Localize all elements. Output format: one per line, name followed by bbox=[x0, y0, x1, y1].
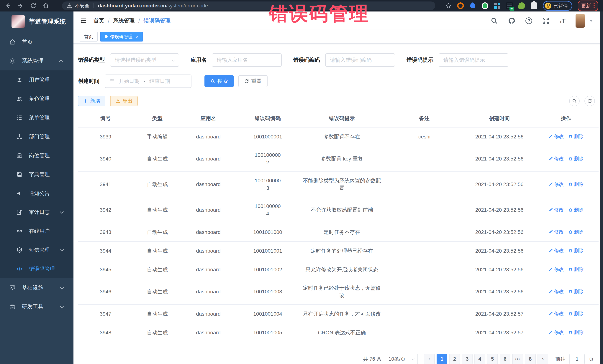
back-icon[interactable] bbox=[5, 3, 11, 9]
delete-link[interactable]: 删除 bbox=[568, 288, 584, 295]
tag-close-icon[interactable]: × bbox=[136, 34, 139, 39]
goto-page-input[interactable] bbox=[569, 354, 585, 364]
pager-page-3[interactable]: 3 bbox=[462, 354, 473, 364]
error-code-input[interactable] bbox=[325, 53, 395, 67]
pager-page-5[interactable]: 5 bbox=[487, 354, 498, 364]
cell-note bbox=[383, 197, 465, 223]
search-button[interactable]: 搜索 bbox=[204, 75, 234, 87]
github-icon[interactable] bbox=[508, 17, 515, 24]
green-circle-extension-icon[interactable] bbox=[482, 2, 488, 9]
tag-error-code[interactable]: 错误码管理 × bbox=[100, 32, 143, 42]
delete-link[interactable]: 删除 bbox=[568, 133, 584, 140]
pager-prev-icon[interactable]: ‹ bbox=[424, 354, 435, 364]
chevron-down-icon bbox=[60, 248, 64, 252]
edit-link[interactable]: 修改 bbox=[548, 329, 564, 336]
export-button[interactable]: 导出 bbox=[110, 96, 138, 106]
sidebar-item-menu-list[interactable]: 菜单管理 bbox=[0, 108, 73, 127]
delete-link[interactable]: 删除 bbox=[568, 228, 584, 236]
sidebar-item-infra[interactable]: 基础设施 bbox=[0, 278, 73, 297]
edit-link[interactable]: 修改 bbox=[548, 288, 564, 295]
sidebar-item-megaphone[interactable]: 通知公告 bbox=[0, 184, 73, 203]
edit-link[interactable]: 修改 bbox=[548, 265, 564, 273]
update-button[interactable]: 更新 bbox=[578, 0, 598, 11]
avatar[interactable] bbox=[576, 14, 585, 28]
reset-button[interactable]: 重置 bbox=[238, 75, 267, 87]
table-refresh-icon[interactable] bbox=[584, 96, 595, 106]
error-hint-input[interactable] bbox=[439, 53, 508, 67]
delete-link[interactable]: 删除 bbox=[568, 206, 584, 213]
pager-ellipsis[interactable]: ••• bbox=[512, 354, 523, 364]
delete-link[interactable]: 删除 bbox=[568, 155, 584, 162]
breadcrumb-system[interactable]: 系统管理 bbox=[113, 17, 135, 24]
table-search-toggle-icon[interactable] bbox=[569, 96, 580, 106]
cell-app: dashboard bbox=[181, 279, 235, 305]
sidebar-item-tools[interactable]: 研发工具 bbox=[0, 297, 73, 316]
edit-link[interactable]: 修改 bbox=[548, 180, 564, 188]
edit-link[interactable]: 修改 bbox=[548, 247, 564, 254]
pager-page-8[interactable]: 8 bbox=[525, 354, 536, 364]
edit-link[interactable]: 修改 bbox=[548, 155, 564, 162]
security-label[interactable]: 不安全 bbox=[75, 3, 89, 9]
fullscreen-icon[interactable] bbox=[542, 17, 550, 24]
sidebar-item-users[interactable]: 角色管理 bbox=[0, 89, 73, 108]
font-size-icon[interactable]: тT bbox=[560, 18, 566, 24]
sidebar-item-sms-shield[interactable]: 短信管理 bbox=[0, 241, 73, 259]
pager-next-icon[interactable]: › bbox=[537, 354, 548, 364]
sidebar-item-badge[interactable]: 岗位管理 bbox=[0, 146, 73, 165]
sidebar-item-org-tree[interactable]: 部门管理 bbox=[0, 127, 73, 146]
date-range-picker[interactable]: 开始日期 - 结束日期 bbox=[105, 75, 191, 88]
app-name-input[interactable] bbox=[212, 53, 282, 67]
gear-extension-icon[interactable] bbox=[457, 2, 464, 9]
edit-link[interactable]: 修改 bbox=[548, 228, 564, 236]
search-icon[interactable] bbox=[491, 17, 498, 24]
table-header-row: 编号 类型 应用名 错误码编码 错误码提示 备注 创建时间 操作 bbox=[78, 111, 599, 127]
breadcrumb-home[interactable]: 首页 bbox=[93, 17, 104, 24]
edit-link[interactable]: 修改 bbox=[548, 206, 564, 213]
help-question-icon[interactable]: ? bbox=[525, 17, 532, 24]
cell-note bbox=[383, 242, 465, 260]
error-type-select[interactable]: 请选择错误码类型 bbox=[110, 53, 179, 67]
leaf-extension-icon[interactable] bbox=[518, 2, 525, 9]
hamburger-icon[interactable] bbox=[80, 17, 87, 24]
paused-extension-badge[interactable]: 已暂停 bbox=[543, 1, 572, 11]
reload-icon[interactable] bbox=[30, 3, 36, 9]
sidebar-item-book[interactable]: 字典管理 bbox=[0, 165, 73, 184]
home-browser-icon[interactable] bbox=[43, 3, 49, 9]
tampermonkey-extension-icon[interactable]: on bbox=[506, 2, 513, 9]
delete-link[interactable]: 删除 bbox=[568, 247, 584, 254]
avatar-caret-icon[interactable] bbox=[589, 20, 593, 22]
drop-extension-icon[interactable] bbox=[469, 2, 476, 9]
pager-page-2[interactable]: 2 bbox=[449, 354, 460, 364]
forward-icon[interactable] bbox=[17, 3, 24, 9]
sidebar-item-code[interactable]: 错误码管理 bbox=[0, 259, 73, 278]
sidebar-item-home[interactable]: 首页 bbox=[0, 33, 73, 52]
edit-link[interactable]: 修改 bbox=[548, 310, 564, 317]
delete-link[interactable]: 删除 bbox=[568, 180, 584, 188]
users-icon bbox=[16, 96, 23, 102]
pager-page-1[interactable]: 1 bbox=[437, 354, 447, 364]
browser-menu-kebab-icon[interactable] bbox=[593, 3, 595, 8]
scrollbar[interactable] bbox=[600, 11, 603, 364]
delete-link[interactable]: 删除 bbox=[568, 329, 584, 336]
delete-link[interactable]: 删除 bbox=[568, 310, 584, 317]
app-logo-image bbox=[12, 15, 25, 28]
bookmark-star-icon[interactable] bbox=[445, 3, 452, 9]
pager-page-4[interactable]: 4 bbox=[475, 354, 485, 364]
sidebar-item-online[interactable]: 在线用户 bbox=[0, 222, 73, 241]
sidebar-logo-row[interactable]: 芋道管理系统 bbox=[0, 11, 73, 31]
puzzle-extensions-icon[interactable] bbox=[531, 2, 537, 9]
pager-page-6[interactable]: 6 bbox=[500, 354, 510, 364]
add-button[interactable]: 新增 bbox=[78, 96, 105, 106]
cell-type: 手动编辑 bbox=[133, 127, 181, 146]
edit-link[interactable]: 修改 bbox=[548, 133, 564, 140]
tag-home[interactable]: 首页 bbox=[80, 32, 98, 42]
page-size-select[interactable]: 10条/页 bbox=[385, 354, 418, 364]
address-bar[interactable]: 不安全 dashboard.yudao.iocoder.cn/system/er… bbox=[62, 1, 435, 10]
delete-link[interactable]: 删除 bbox=[568, 265, 584, 273]
grid-extension-icon[interactable] bbox=[494, 2, 500, 9]
col-msg: 错误码提示 bbox=[300, 111, 383, 127]
sidebar-item-user[interactable]: 用户管理 bbox=[0, 70, 73, 89]
sidebar-item-log-edit[interactable]: 审计日志 bbox=[0, 203, 73, 222]
sidebar-item-gear[interactable]: 系统管理 bbox=[0, 52, 73, 70]
cell-time: 2021-04-20 23:52:56 bbox=[465, 242, 533, 260]
